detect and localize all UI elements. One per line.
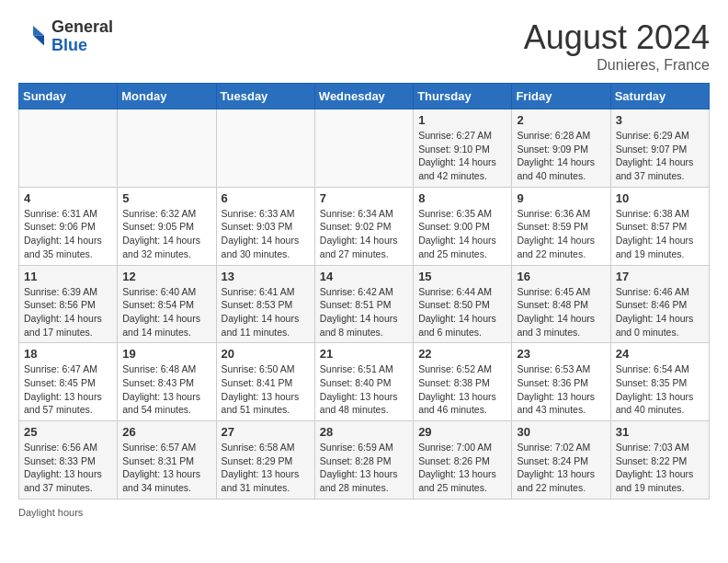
- day-info: Sunrise: 6:27 AM Sunset: 9:10 PM Dayligh…: [418, 129, 506, 183]
- calendar-cell: 30Sunrise: 7:02 AM Sunset: 8:24 PM Dayli…: [512, 421, 610, 500]
- day-number: 15: [418, 270, 506, 283]
- calendar-week-row: 25Sunrise: 6:56 AM Sunset: 8:33 PM Dayli…: [19, 421, 710, 500]
- day-info: Sunrise: 6:45 AM Sunset: 8:48 PM Dayligh…: [517, 285, 605, 339]
- day-info: Sunrise: 6:59 AM Sunset: 8:28 PM Dayligh…: [320, 441, 408, 495]
- day-number: 26: [122, 425, 210, 439]
- calendar-cell: 14Sunrise: 6:42 AM Sunset: 8:51 PM Dayli…: [314, 265, 413, 343]
- day-of-week-header: Sunday: [19, 84, 118, 109]
- calendar: SundayMondayTuesdayWednesdayThursdayFrid…: [18, 83, 710, 500]
- day-info: Sunrise: 6:57 AM Sunset: 8:31 PM Dayligh…: [122, 441, 210, 495]
- calendar-cell: 1Sunrise: 6:27 AM Sunset: 9:10 PM Daylig…: [414, 109, 512, 188]
- day-info: Sunrise: 6:38 AM Sunset: 8:57 PM Dayligh…: [616, 207, 704, 261]
- svg-marker-0: [33, 26, 44, 35]
- day-info: Sunrise: 6:46 AM Sunset: 8:46 PM Dayligh…: [616, 285, 704, 339]
- calendar-cell: 4Sunrise: 6:31 AM Sunset: 9:06 PM Daylig…: [19, 187, 118, 265]
- calendar-cell: 28Sunrise: 6:59 AM Sunset: 8:28 PM Dayli…: [314, 421, 413, 500]
- day-number: 30: [517, 425, 605, 439]
- day-of-week-header: Monday: [118, 84, 216, 109]
- day-info: Sunrise: 6:51 AM Sunset: 8:40 PM Dayligh…: [320, 362, 408, 417]
- day-number: 29: [418, 425, 506, 439]
- day-number: 12: [122, 270, 210, 283]
- footer-text: Daylight hours: [18, 507, 83, 518]
- day-number: 4: [24, 191, 112, 205]
- day-info: Sunrise: 6:44 AM Sunset: 8:50 PM Dayligh…: [418, 285, 506, 339]
- logo: General Blue: [18, 18, 113, 55]
- calendar-cell: 17Sunrise: 6:46 AM Sunset: 8:46 PM Dayli…: [610, 265, 709, 343]
- calendar-cell: 29Sunrise: 7:00 AM Sunset: 8:26 PM Dayli…: [414, 421, 512, 500]
- calendar-cell: 24Sunrise: 6:54 AM Sunset: 8:35 PM Dayli…: [610, 343, 709, 421]
- calendar-cell: 15Sunrise: 6:44 AM Sunset: 8:50 PM Dayli…: [414, 265, 512, 343]
- calendar-cell: 19Sunrise: 6:48 AM Sunset: 8:43 PM Dayli…: [118, 343, 216, 421]
- day-info: Sunrise: 6:58 AM Sunset: 8:29 PM Dayligh…: [222, 441, 310, 495]
- day-info: Sunrise: 6:29 AM Sunset: 9:07 PM Dayligh…: [616, 129, 704, 183]
- day-info: Sunrise: 6:36 AM Sunset: 8:59 PM Dayligh…: [517, 207, 605, 261]
- calendar-cell: [19, 109, 118, 188]
- calendar-header-row: SundayMondayTuesdayWednesdayThursdayFrid…: [19, 84, 710, 109]
- day-number: 22: [418, 347, 506, 361]
- day-of-week-header: Friday: [512, 84, 610, 109]
- day-info: Sunrise: 6:42 AM Sunset: 8:51 PM Dayligh…: [320, 285, 408, 339]
- day-info: Sunrise: 6:48 AM Sunset: 8:43 PM Dayligh…: [122, 362, 210, 417]
- day-info: Sunrise: 6:33 AM Sunset: 9:03 PM Dayligh…: [222, 207, 310, 261]
- day-number: 23: [517, 347, 605, 361]
- day-info: Sunrise: 6:31 AM Sunset: 9:06 PM Dayligh…: [24, 207, 112, 261]
- calendar-week-row: 18Sunrise: 6:47 AM Sunset: 8:45 PM Dayli…: [19, 343, 710, 421]
- logo-icon: [18, 22, 48, 52]
- day-info: Sunrise: 6:40 AM Sunset: 8:54 PM Dayligh…: [122, 285, 210, 339]
- calendar-cell: 18Sunrise: 6:47 AM Sunset: 8:45 PM Dayli…: [19, 343, 118, 421]
- day-info: Sunrise: 6:35 AM Sunset: 9:00 PM Dayligh…: [418, 207, 506, 261]
- footer: Daylight hours: [18, 507, 710, 518]
- day-number: 27: [222, 425, 310, 439]
- day-number: 21: [320, 347, 408, 361]
- day-number: 2: [517, 113, 605, 127]
- calendar-week-row: 1Sunrise: 6:27 AM Sunset: 9:10 PM Daylig…: [19, 109, 710, 188]
- day-of-week-header: Tuesday: [216, 84, 314, 109]
- calendar-cell: 25Sunrise: 6:56 AM Sunset: 8:33 PM Dayli…: [19, 421, 118, 500]
- day-number: 19: [122, 347, 210, 361]
- calendar-cell: 12Sunrise: 6:40 AM Sunset: 8:54 PM Dayli…: [118, 265, 216, 343]
- day-info: Sunrise: 6:32 AM Sunset: 9:05 PM Dayligh…: [122, 207, 210, 261]
- day-number: 9: [517, 191, 605, 205]
- calendar-cell: 26Sunrise: 6:57 AM Sunset: 8:31 PM Dayli…: [118, 421, 216, 500]
- location: Dunieres, France: [524, 57, 710, 74]
- day-info: Sunrise: 7:03 AM Sunset: 8:22 PM Dayligh…: [616, 441, 704, 495]
- day-info: Sunrise: 6:52 AM Sunset: 8:38 PM Dayligh…: [418, 362, 506, 417]
- day-info: Sunrise: 7:02 AM Sunset: 8:24 PM Dayligh…: [517, 441, 605, 495]
- day-number: 17: [616, 270, 704, 283]
- day-number: 1: [418, 113, 506, 127]
- day-number: 10: [616, 191, 704, 205]
- day-number: 3: [616, 113, 704, 127]
- calendar-cell: [118, 109, 216, 188]
- calendar-cell: 20Sunrise: 6:50 AM Sunset: 8:41 PM Dayli…: [216, 343, 314, 421]
- calendar-week-row: 4Sunrise: 6:31 AM Sunset: 9:06 PM Daylig…: [19, 187, 710, 265]
- page-header: General Blue August 2024 Dunieres, Franc…: [18, 18, 710, 74]
- day-number: 28: [320, 425, 408, 439]
- logo-text: General Blue: [51, 18, 113, 55]
- day-number: 25: [24, 425, 112, 439]
- calendar-cell: 9Sunrise: 6:36 AM Sunset: 8:59 PM Daylig…: [512, 187, 610, 265]
- day-number: 24: [616, 347, 704, 361]
- day-info: Sunrise: 6:50 AM Sunset: 8:41 PM Dayligh…: [222, 362, 310, 417]
- calendar-cell: 5Sunrise: 6:32 AM Sunset: 9:05 PM Daylig…: [118, 187, 216, 265]
- day-info: Sunrise: 6:53 AM Sunset: 8:36 PM Dayligh…: [517, 362, 605, 417]
- calendar-cell: 6Sunrise: 6:33 AM Sunset: 9:03 PM Daylig…: [216, 187, 314, 265]
- day-number: 16: [517, 270, 605, 283]
- svg-marker-1: [33, 35, 44, 45]
- calendar-cell: 22Sunrise: 6:52 AM Sunset: 8:38 PM Dayli…: [414, 343, 512, 421]
- day-number: 18: [24, 347, 112, 361]
- logo-blue: Blue: [51, 36, 87, 54]
- calendar-cell: 21Sunrise: 6:51 AM Sunset: 8:40 PM Dayli…: [314, 343, 413, 421]
- calendar-cell: [216, 109, 314, 188]
- title-block: August 2024 Dunieres, France: [524, 18, 710, 74]
- calendar-cell: 13Sunrise: 6:41 AM Sunset: 8:53 PM Dayli…: [216, 265, 314, 343]
- calendar-cell: 3Sunrise: 6:29 AM Sunset: 9:07 PM Daylig…: [610, 109, 709, 188]
- day-info: Sunrise: 6:28 AM Sunset: 9:09 PM Dayligh…: [517, 129, 605, 183]
- day-number: 7: [320, 191, 408, 205]
- day-number: 6: [222, 191, 310, 205]
- logo-general: General: [51, 17, 113, 36]
- day-number: 14: [320, 270, 408, 283]
- day-number: 20: [222, 347, 310, 361]
- month-title: August 2024: [524, 18, 710, 57]
- day-number: 8: [418, 191, 506, 205]
- day-of-week-header: Saturday: [610, 84, 709, 109]
